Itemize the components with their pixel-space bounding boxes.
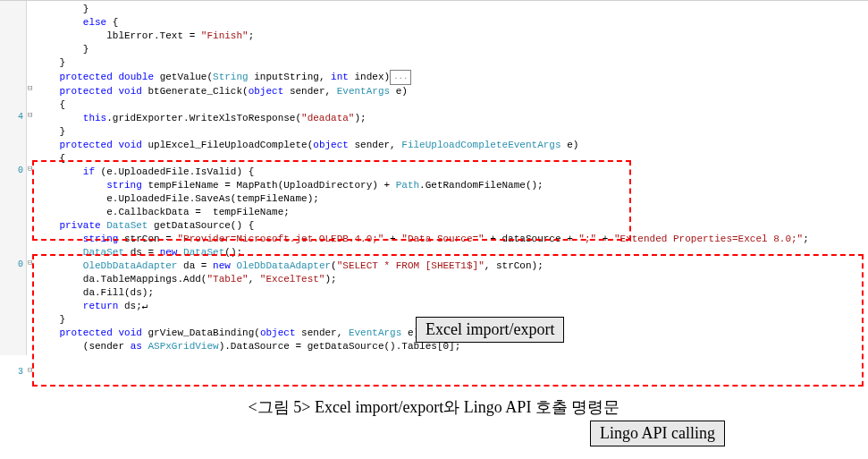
code-line: protected double getValue(String inputSt… — [36, 70, 868, 85]
collapsed-region[interactable]: ... — [390, 70, 411, 85]
code-line: } — [36, 125, 868, 139]
gutter-number: 4 — [0, 110, 23, 123]
code-line: protected void btGenerate_Click(object s… — [36, 85, 868, 98]
code-line: } — [36, 3, 868, 16]
code-line: { — [36, 98, 868, 112]
label-lingo-api: Lingo API calling — [590, 421, 725, 446]
figure-caption: <그림 5> Excel import/export와 Lingo API 호출… — [0, 396, 868, 418]
collapse-icon[interactable]: ⊟ — [28, 112, 35, 119]
gutter-number: 3 — [0, 365, 23, 378]
highlight-box-upload — [32, 160, 631, 241]
code-line: this.gridExporter.WriteXlsToResponse("de… — [36, 112, 868, 125]
gutter: 4 0 0 3 — [0, 1, 27, 355]
label-excel-import-export: Excel import/export — [416, 317, 564, 343]
code-line: } — [36, 43, 868, 56]
code-line: lblError.Text = "Finish"; — [36, 30, 868, 43]
code-line: protected void uplExcel_FileUploadComple… — [36, 139, 868, 152]
gutter-number: 0 — [0, 258, 23, 271]
code-line: } — [36, 56, 868, 70]
code-line: else { — [36, 16, 868, 30]
collapse-icon[interactable]: ⊟ — [28, 85, 35, 92]
gutter-number: 0 — [0, 164, 23, 177]
